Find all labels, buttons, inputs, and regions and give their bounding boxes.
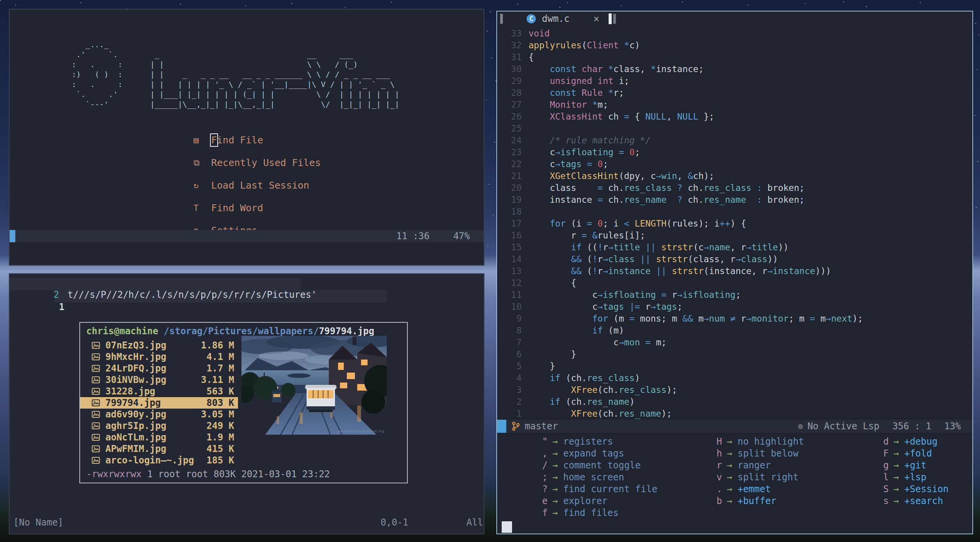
buffer-line-2[interactable]: 2t///s/P//2/h/c/.l/s/n/s/p/p/s/r/r/s/Pic… [20,279,317,311]
code-line[interactable]: 26 XClassHint ch = { NULL, NULL }; [497,111,972,123]
file-size: 3.11 M [201,374,234,385]
code-line[interactable]: 12 { [497,277,972,289]
whichkey-description: comment toggle [563,460,640,471]
tab-dwm-c[interactable]: dwm.c [542,13,570,24]
whichkey-binding[interactable]: h→split below [708,448,804,460]
code-line[interactable]: 14 && (!r→class || strstr(class, r→class… [497,253,972,265]
code-line[interactable]: 21 XGetClassHint(dpy, c→win, &ch); [497,170,972,182]
file-name: 31228.jpg [105,386,155,397]
code-text: r = &rules[i]; [529,230,645,241]
code-line[interactable]: 7 c→mon = m; [497,337,972,348]
code-text: c→isfloating = r→isfloating; [529,289,741,301]
line-number: 16 [497,230,529,241]
distant-cable-car [271,390,282,402]
file-row[interactable]: 9hMxcHr.jpg4.1 M [80,351,238,363]
tab-close-icon[interactable]: × [593,13,599,25]
code-line[interactable]: 25 [497,123,972,135]
whichkey-binding[interactable]: S→+Session [875,483,949,495]
whichkey-binding[interactable]: g→+git [875,460,949,471]
code-text: c→isfloating = 0; [529,146,640,158]
file-row[interactable]: ad6v90y.jpg3.05 M [80,409,238,420]
file-row[interactable]: 31228.jpg563 K [80,386,238,397]
whichkey-key: f [534,507,548,519]
code-line[interactable]: 20 class = ch.res_class ? ch.res_class :… [497,182,972,194]
code-line[interactable]: 24 /* rule matching */ [497,135,972,146]
whichkey-binding[interactable]: ,→expand tags [534,448,657,460]
whichkey-description: registers [563,436,613,448]
code-line[interactable]: 8 if (m) [497,325,972,337]
whichkey-binding[interactable]: /→comment toggle [534,460,657,471]
file-list: 07nEzQ3.jpg1.86 M9hMxcHr.jpg4.1 M24LrDFQ… [80,340,238,466]
file-row[interactable]: arco-login—~.jpg185 K [80,455,238,466]
code-line[interactable]: 9 for (m = mons; m && m→num ≠ r→monitor;… [497,313,972,325]
code-line[interactable]: 19 instance = ch.res_name ? ch.res_name … [497,194,972,206]
arrow-right-icon: → [548,483,563,495]
code-line[interactable]: 13 && (!r→instance || strstr(instance, r… [497,265,972,277]
buffer-line-1[interactable]: 1 [26,291,64,323]
arrow-right-icon: → [548,471,563,483]
code-line[interactable]: 28 const Rule *r; [497,87,972,99]
file-permissions-row: -rwxrwxrwx 1 root root 803K 2021-03-01 2… [86,469,330,480]
whichkey-binding[interactable]: v→split right [708,471,804,483]
editor-code-area[interactable]: 33void32applyrules(Client *c)31{30 const… [497,28,972,432]
code-line[interactable]: 30 const char *class, *instance; [497,63,972,75]
whichkey-binding[interactable]: r→ranger [708,460,804,471]
code-text: XGetClassHint(dpy, c→win, &ch); [529,170,714,182]
file-row[interactable]: APwFMIM.jpg415 K [80,443,238,455]
code-line[interactable]: 29 unsigned int i; [497,75,972,87]
whichkey-binding[interactable]: s→+search [875,495,949,507]
file-row[interactable]: aoNcTLm.jpg1.9 M [80,432,238,443]
file-name: 24LrDFQ.jpg [105,363,166,374]
whichkey-binding[interactable]: .→+emmet [708,483,804,495]
whichkey-binding[interactable]: F→+fold [875,448,949,460]
line-number: 13 [497,265,529,277]
code-line[interactable]: 2 if (ch.res_name) [497,396,972,408]
code-line[interactable]: 16 r = &rules[i]; [497,230,972,241]
whichkey-binding[interactable]: d→+debug [875,436,949,448]
whichkey-binding[interactable]: f→find files [534,507,657,519]
whichkey-description: expand tags [563,448,624,460]
lsp-gear-icon: ⚙ [798,422,803,431]
code-line[interactable]: 23 c→isfloating = 0; [497,146,972,158]
whichkey-binding[interactable]: e→explorer [534,495,657,507]
menu-item-load-last-session[interactable]: ↻Load Last Session [194,178,321,192]
menu-item-find-word[interactable]: TFind Word [194,201,321,215]
whichkey-binding[interactable]: l→+lsp [875,471,949,483]
code-line[interactable]: 17 for (i = 0; i < LENGTH(rules); i++) { [497,218,972,230]
code-line[interactable]: 1 XFree(ch.res_name); [497,408,972,420]
whichkey-binding[interactable]: ;→home screen [534,471,657,483]
code-line[interactable]: 10 c→tags |= r→tags; [497,301,972,313]
file-row[interactable]: aghr5Ip.jpg249 K [80,420,238,432]
whichkey-key: g [875,460,889,471]
file-name: APwFMIM.jpg [105,443,166,454]
whichkey-key: l [875,471,889,483]
file-size: 249 K [207,420,234,431]
whichkey-binding[interactable]: ?→find current file [534,483,657,495]
code-line[interactable]: 3 XFree(ch.res_class); [497,384,972,396]
code-line[interactable]: 5 } [497,360,972,372]
lunarvim-ascii-logo: _..._ .' `. _ __ ___ : . : | | \ \ / (_)… [67,39,399,109]
code-line[interactable]: 32applyrules(Client *c) [497,39,972,51]
code-line[interactable]: 15 if ((!r→title || strstr(c→name, r→tit… [497,241,972,253]
code-line[interactable]: 6 } [497,348,972,360]
code-line[interactable]: 22 c→tags = 0; [497,158,972,170]
arrow-right-icon: → [889,471,904,483]
menu-item-recently-used-files[interactable]: ⧉Recently Used Files [194,156,321,170]
file-row[interactable]: 30iNVBw.jpg3.11 M [80,374,238,386]
image-file-icon [92,388,100,395]
file-row[interactable]: 799794.jpg803 K [80,397,238,409]
whichkey-binding[interactable]: b→+buffer [708,495,804,507]
code-line[interactable]: 31{ [497,51,972,63]
line-number: 20 [497,182,529,194]
code-line[interactable]: 11 c→isfloating = r→isfloating; [497,289,972,301]
whichkey-binding[interactable]: H→no highlight [708,436,804,448]
file-row[interactable]: 07nEzQ3.jpg1.86 M [80,340,238,351]
code-line[interactable]: 27 Monitor *m; [497,99,972,111]
whichkey-description: +lsp [904,471,926,483]
whichkey-binding[interactable]: "→registers [534,436,657,448]
code-line[interactable]: 18 [497,206,972,218]
code-line[interactable]: 4 if (ch.res_class) [497,372,972,384]
file-row[interactable]: 24LrDFQ.jpg1.7 M [80,363,238,374]
code-line[interactable]: 33void [497,28,972,39]
menu-item-find-file[interactable]: ▤Find File [194,133,321,147]
